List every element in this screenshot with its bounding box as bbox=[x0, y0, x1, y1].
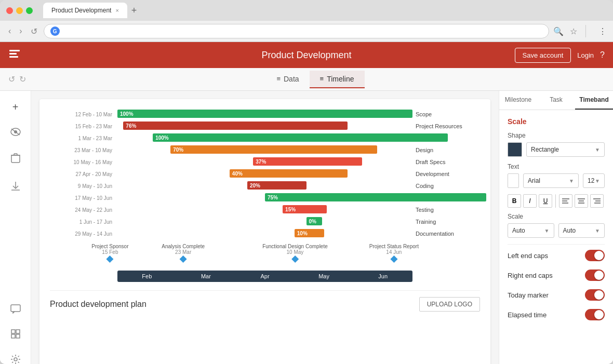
left-end-caps-toggle[interactable] bbox=[585, 250, 605, 261]
browser-tab[interactable]: Product Development × bbox=[43, 3, 127, 18]
help-button[interactable]: ? bbox=[600, 50, 605, 60]
gantt-row: 29 May - 14 Jun10%Documentation bbox=[50, 229, 480, 238]
gantt-bar[interactable]: 100% bbox=[153, 133, 448, 142]
elapsed-time-toggle[interactable] bbox=[585, 309, 605, 320]
logo-svg bbox=[8, 48, 21, 60]
right-end-caps-toggle[interactable] bbox=[585, 269, 605, 281]
gantt-date-label: 27 Apr - 20 May bbox=[50, 171, 117, 177]
scale-x-select[interactable]: Auto ▼ bbox=[508, 223, 554, 238]
gantt-row: 23 Mar - 10 May70%Design bbox=[50, 145, 480, 155]
trash-icon[interactable] bbox=[9, 151, 22, 168]
gantt-bar[interactable]: 15% bbox=[283, 205, 327, 213]
align-right-button[interactable] bbox=[590, 194, 604, 208]
panel-tab-timeband[interactable]: Timeband bbox=[575, 91, 613, 110]
panel-section-title: Scale bbox=[508, 117, 605, 126]
gantt-bar-text: 0% bbox=[309, 219, 316, 224]
scale-y-select[interactable]: Auto ▼ bbox=[558, 223, 605, 238]
gantt-bar-area: 37% bbox=[117, 157, 412, 167]
gantt-row: 12 Feb - 10 Mar100%Scope bbox=[50, 110, 480, 119]
shape-select[interactable]: Rectangle ▼ bbox=[526, 142, 605, 157]
gantt-bar-area: 76% bbox=[117, 122, 412, 131]
gantt-date-label: 1 Mar - 23 Mar bbox=[50, 136, 117, 141]
download-icon[interactable] bbox=[9, 179, 22, 196]
gantt-row: 1 Mar - 23 Mar100%Analysis bbox=[50, 133, 480, 143]
bold-button[interactable]: B bbox=[508, 194, 521, 208]
toggle-knob bbox=[594, 251, 604, 260]
align-left-button[interactable] bbox=[559, 194, 572, 208]
today-marker-toggle[interactable] bbox=[585, 289, 605, 301]
gantt-bar-area: 20% bbox=[117, 181, 412, 191]
login-button[interactable]: Login bbox=[577, 51, 594, 59]
undo-button[interactable]: ↺ bbox=[8, 74, 15, 84]
scale-y-value: Auto bbox=[563, 227, 576, 234]
gantt-bar-area: 75% bbox=[117, 193, 412, 203]
refresh-button[interactable]: ↺ bbox=[29, 24, 39, 38]
today-marker-label: Today marker bbox=[508, 291, 549, 299]
comment-icon[interactable] bbox=[8, 302, 23, 318]
shape-color-swatch[interactable] bbox=[508, 142, 522, 157]
milestone-label: Analysis Complete bbox=[162, 244, 205, 249]
milestone-label: Project Status Report bbox=[369, 244, 419, 249]
add-icon[interactable]: + bbox=[10, 99, 21, 115]
panel-tab-milestone[interactable]: Milestone bbox=[499, 91, 537, 110]
new-tab-button[interactable]: + bbox=[131, 5, 137, 16]
scale-y-arrow: ▼ bbox=[595, 228, 600, 234]
back-button[interactable]: ‹ bbox=[6, 24, 13, 38]
gantt-bar-text: 20% bbox=[250, 183, 260, 188]
align-center-button[interactable] bbox=[575, 194, 588, 208]
browser-menu[interactable]: ⋮ bbox=[598, 26, 607, 36]
text-color-swatch[interactable] bbox=[508, 173, 519, 188]
timeline-month: May bbox=[295, 273, 354, 279]
settings-icon[interactable] bbox=[8, 352, 23, 364]
svg-rect-16 bbox=[11, 334, 15, 338]
gantt-bar-text: 100% bbox=[155, 135, 169, 141]
timeline-month: Feb bbox=[117, 273, 177, 279]
gantt-bar-text: 37% bbox=[256, 159, 266, 165]
left-end-caps-row: Left end caps bbox=[508, 249, 605, 262]
minimize-dot[interactable] bbox=[16, 7, 23, 14]
close-dot[interactable] bbox=[6, 7, 13, 14]
timeline-tab-label: Timeline bbox=[327, 75, 354, 83]
panel-tab-task[interactable]: Task bbox=[537, 91, 575, 110]
forward-button[interactable]: › bbox=[17, 24, 24, 38]
milestone-date: 23 Mar bbox=[162, 249, 205, 255]
gantt-bar[interactable]: 40% bbox=[230, 169, 348, 178]
timeline-month: Mar bbox=[177, 273, 236, 279]
gantt-bar-area: 10% bbox=[117, 229, 412, 238]
gantt-task-label: Design bbox=[412, 147, 480, 153]
gantt-row: 24 May - 22 Jun15%Testing bbox=[50, 205, 480, 214]
eye-icon[interactable] bbox=[8, 126, 23, 141]
scale-x-value: Auto bbox=[512, 227, 525, 234]
gantt-date-label: 24 May - 22 Jun bbox=[50, 207, 117, 213]
underline-button[interactable]: U bbox=[539, 194, 552, 208]
gantt-bar[interactable]: 37% bbox=[253, 157, 362, 166]
svg-rect-2 bbox=[9, 56, 18, 58]
timeline-month: Apr bbox=[235, 273, 295, 279]
divider-1 bbox=[508, 244, 605, 245]
tab-data[interactable]: ≡ Data bbox=[266, 71, 309, 88]
tab-timeline[interactable]: ≡ Timeline bbox=[310, 71, 365, 88]
gantt-bar[interactable]: 100% bbox=[117, 110, 412, 118]
gantt-bar[interactable]: 76% bbox=[123, 122, 348, 130]
gantt-date-label: 17 May - 10 Jun bbox=[50, 195, 117, 201]
tab-close[interactable]: × bbox=[115, 7, 118, 14]
font-size-select[interactable]: 12 ▼ bbox=[583, 173, 605, 188]
gantt-bar-area: 40% bbox=[117, 169, 412, 179]
gantt-bar[interactable]: 20% bbox=[247, 181, 306, 190]
address-bar[interactable]: G bbox=[44, 24, 549, 38]
font-select[interactable]: Arial ▼ bbox=[523, 173, 579, 188]
upload-logo-button[interactable]: UPLOAD LOGO bbox=[419, 297, 480, 312]
bookmark-icon[interactable]: ☆ bbox=[570, 26, 577, 36]
gantt-task-label: Project Resources bbox=[412, 123, 480, 129]
gantt-bar[interactable]: 70% bbox=[170, 145, 377, 154]
italic-button[interactable]: I bbox=[523, 194, 537, 208]
save-account-button[interactable]: Save account bbox=[515, 48, 571, 63]
gantt-row: 15 Feb - 23 Mar76%Project Resources bbox=[50, 122, 480, 131]
maximize-dot[interactable] bbox=[26, 7, 33, 14]
layers-icon[interactable] bbox=[8, 327, 23, 344]
search-icon[interactable]: 🔍 bbox=[553, 26, 564, 36]
gantt-bar[interactable]: 75% bbox=[265, 193, 486, 201]
gantt-bar[interactable]: 0% bbox=[306, 217, 322, 225]
redo-button[interactable]: ↻ bbox=[19, 74, 26, 84]
gantt-bar[interactable]: 10% bbox=[295, 229, 324, 237]
